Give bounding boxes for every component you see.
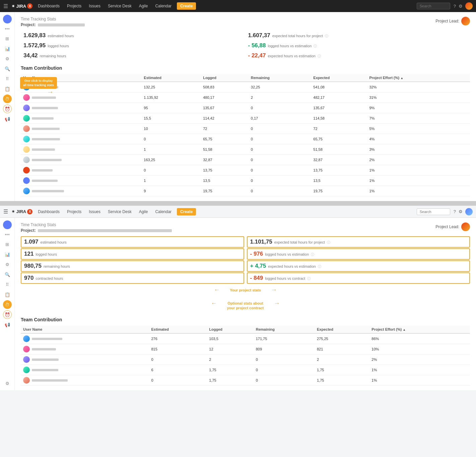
sidebar-dots[interactable]: ••• <box>5 26 10 31</box>
nav-dashboards[interactable]: Dashboards <box>36 4 62 8</box>
settings-icon-2[interactable]: ⚙ <box>459 209 463 214</box>
sidebar-icon-report-2[interactable]: 📋 <box>3 290 12 299</box>
bottom-logged-vs-contract-label: logged hours vs contract <box>265 276 305 280</box>
bottom-expected-vs-est-label: expected hours vs estimation <box>268 264 316 268</box>
estimated-value: 1.629,83 <box>23 32 46 39</box>
nav2-issues[interactable]: Issues <box>87 209 103 214</box>
logged-stat: 1.572,95 logged hours <box>21 41 246 51</box>
cell-logged: 32,87 <box>201 155 249 165</box>
cell-remaining: 2 <box>249 92 311 103</box>
nav-projects[interactable]: Projects <box>65 4 83 8</box>
sidebar-icon-grid-2[interactable]: ⠿ <box>3 280 12 289</box>
cell-estimated-b: 276 <box>149 333 207 344</box>
top-content-panel: Time Tracking Stats Project: Project Lea… <box>15 12 476 201</box>
nav2-calendar[interactable]: Calendar <box>153 209 174 214</box>
estimated-stat: 1.629,83 estimated hours <box>21 30 246 41</box>
user-cell <box>21 165 141 176</box>
nav-issues[interactable]: Issues <box>87 4 103 8</box>
table-row: 0 1,75 0 1,75 1% <box>21 375 470 386</box>
bottom-page-header: Time Tracking Stats Project: Project Lea… <box>21 222 470 233</box>
sidebar-dots-2[interactable]: ••• <box>5 232 10 237</box>
sidebar-icon-chart-2[interactable]: 📊 <box>3 250 12 259</box>
sidebar-icon-report[interactable]: 📋 <box>3 84 12 93</box>
bottom-remaining-label: remaining hours <box>44 264 70 268</box>
help-icon[interactable]: ? <box>454 4 456 9</box>
info-icon-b4[interactable]: ⓘ <box>307 276 311 281</box>
nav2-service-desk[interactable]: Service Desk <box>106 209 134 214</box>
project-name-blurred <box>38 23 85 26</box>
sidebar-icon-bottom-settings[interactable]: ⚙ <box>3 379 12 388</box>
sidebar-icon-board-2[interactable]: ⊞ <box>3 240 12 249</box>
hamburger-icon-2[interactable]: ☰ <box>3 208 8 215</box>
search-box-2 <box>417 208 450 215</box>
table-row: 815 12 809 821 10% <box>21 344 470 354</box>
sidebar-icon-time-bordered-2[interactable]: ⏰ <box>3 310 12 319</box>
sidebar-avatar-2[interactable] <box>3 220 12 229</box>
annotation-left-arrow-2: ← <box>21 300 217 307</box>
bottom-project-name-blurred <box>38 229 172 232</box>
create-button[interactable]: Create <box>177 2 196 10</box>
nav-service-desk[interactable]: Service Desk <box>106 4 134 8</box>
user-avatar-b3 <box>23 367 30 373</box>
nav-calendar[interactable]: Calendar <box>153 4 174 8</box>
project-lead: Project Lead: <box>435 17 470 25</box>
bcol-estimated: Estimated <box>149 326 207 333</box>
nav2-projects[interactable]: Projects <box>65 209 83 214</box>
sidebar-icon-time-active[interactable]: ⏱ <box>3 94 12 103</box>
info-icon-1[interactable]: ⓘ <box>325 34 328 39</box>
left-stats: 1.097 estimated hours 121 logged hours 9… <box>21 236 246 284</box>
user-cell-b <box>21 333 149 344</box>
user-avatar-2[interactable] <box>465 208 473 215</box>
user-avatar-4 <box>23 125 30 132</box>
create-button-2[interactable]: Create <box>177 208 196 215</box>
settings-icon[interactable]: ⚙ <box>459 4 463 9</box>
page-divider <box>0 201 476 206</box>
hamburger-icon[interactable]: ☰ <box>3 3 8 9</box>
nav-agile[interactable]: Agile <box>137 4 150 8</box>
user-cell-b <box>21 344 149 354</box>
sidebar-icon-announce[interactable]: 📢 <box>3 115 12 123</box>
col-remaining: Remaining <box>249 74 311 82</box>
help-icon-2[interactable]: ? <box>454 209 456 214</box>
info-icon-2[interactable]: ⓘ <box>314 44 317 49</box>
sidebar-icon-board[interactable]: ⊞ <box>3 34 12 43</box>
bottom-remaining-stat: 980,75 remaining hours <box>21 260 244 272</box>
info-icon-b3[interactable]: ⓘ <box>318 264 321 269</box>
user-avatar[interactable] <box>465 2 473 10</box>
cell-remaining: 0 <box>249 144 311 155</box>
sidebar-icon-gear-2[interactable]: ⚙ <box>3 260 12 269</box>
nav-icons-2: ? ⚙ <box>454 208 473 215</box>
jira-logo-2: ✴ JIRA X <box>11 209 32 214</box>
sidebar-icon-time-active-2[interactable]: ⏱ <box>3 300 12 309</box>
nav2-agile[interactable]: Agile <box>137 209 150 214</box>
cell-remaining-b: 0 <box>254 354 315 365</box>
info-icon-3[interactable]: ⓘ <box>318 54 321 59</box>
sidebar-icon-time-bordered[interactable]: ⏰ <box>3 105 12 113</box>
user-name-4 <box>32 128 60 130</box>
cell-remaining: 0 <box>249 186 311 196</box>
cell-logged: 135,67 <box>201 103 249 113</box>
bottom-expected-total-label: expected total hours for project <box>274 240 325 244</box>
user-cell <box>21 176 141 186</box>
project-row: Project: <box>21 22 85 27</box>
sidebar-icon-search[interactable]: 🔍 <box>3 64 12 73</box>
sidebar-icon-gear[interactable]: ⚙ <box>3 54 12 63</box>
sidebar-icon-search-2[interactable]: 🔍 <box>3 270 12 279</box>
info-icon-b2[interactable]: ⓘ <box>311 252 314 257</box>
cell-estimated-b: 0 <box>149 375 207 386</box>
project-label: Project: <box>21 22 36 27</box>
info-icon-b1[interactable]: ⓘ <box>327 240 330 245</box>
search-input-2[interactable] <box>417 208 450 215</box>
sidebar-avatar[interactable] <box>3 15 12 23</box>
bottom-logged-label: logged hours <box>36 252 57 256</box>
sidebar-icon-grid[interactable]: ⠿ <box>3 74 12 83</box>
nav2-dashboards[interactable]: Dashboards <box>36 209 62 214</box>
sidebar-icon-chart[interactable]: 📊 <box>3 44 12 53</box>
cell-logged-b: 1,75 <box>207 365 253 375</box>
search-input[interactable] <box>417 3 450 9</box>
user-avatar-3 <box>23 115 30 122</box>
nav-icons: ? ⚙ <box>454 2 473 10</box>
sidebar-icon-announce-2[interactable]: 📢 <box>3 320 12 329</box>
cell-expected-b: 821 <box>315 344 369 354</box>
table-row: 276 103,5 171,75 275,25 86% <box>21 333 470 344</box>
